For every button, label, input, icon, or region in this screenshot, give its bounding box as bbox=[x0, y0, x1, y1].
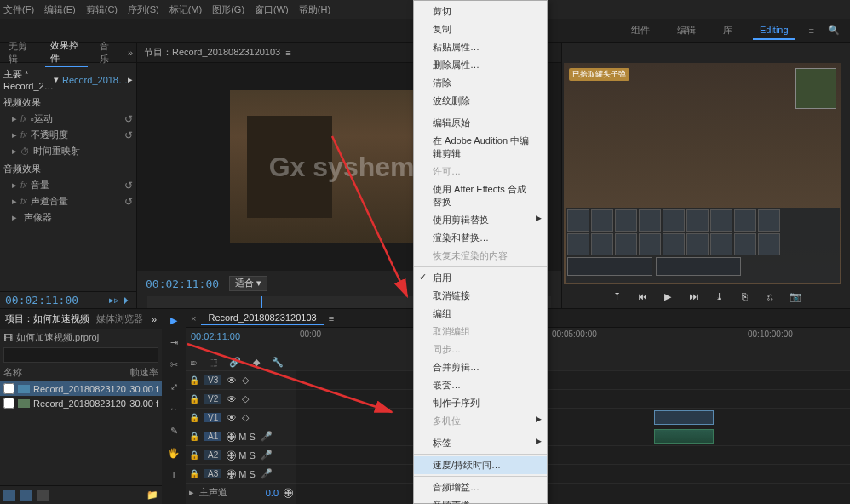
panel-menu-icon[interactable]: » bbox=[152, 314, 157, 324]
step-back-icon[interactable]: ⏮ bbox=[635, 291, 650, 301]
track-v3[interactable]: 🔒V3👁◇ bbox=[186, 370, 296, 389]
menu-item[interactable]: 合并剪辑… bbox=[414, 358, 547, 376]
track-a2[interactable]: 🔒A2🕀 M S🎤 bbox=[186, 445, 296, 464]
timeline-ruler[interactable]: 00:00 00:05:00:00 00:10:00:00 00:15:00:0… bbox=[296, 328, 850, 353]
lock-icon[interactable]: 🔒 bbox=[189, 469, 199, 478]
video-clip-3[interactable] bbox=[654, 410, 714, 425]
timeline-tab[interactable]: Record_20180823120103 bbox=[201, 311, 323, 325]
zoom-select[interactable]: 适合 ▾ bbox=[229, 276, 267, 291]
reset-icon[interactable]: ↺ bbox=[124, 180, 133, 192]
track-lanes[interactable]: fx Record_201808231201 fx Rec fx fx bbox=[296, 370, 850, 504]
settings-icon[interactable]: 🔧 bbox=[272, 357, 284, 368]
ripple-tool[interactable]: ✂ bbox=[166, 357, 181, 372]
export-frame-icon[interactable]: 📷 bbox=[788, 291, 803, 302]
mic-icon[interactable]: 🎤 bbox=[261, 468, 273, 479]
lock-icon[interactable]: 🔒 bbox=[189, 375, 199, 385]
workspace-tab[interactable]: 编辑 bbox=[670, 20, 703, 40]
razor-tool[interactable]: ⤢ bbox=[166, 379, 181, 394]
menu-item[interactable]: 使用 After Effects 合成替换 bbox=[414, 180, 547, 211]
lift-icon[interactable]: ⎘ bbox=[737, 291, 752, 301]
new-bin-icon[interactable]: 📁 bbox=[146, 490, 158, 501]
menu-item[interactable]: 序列(S) bbox=[128, 3, 159, 16]
menu-item[interactable]: 速度/持续时间… bbox=[414, 456, 547, 474]
timeline-timecode[interactable]: 00:02:11:00 bbox=[191, 331, 240, 341]
play-icon[interactable]: ▶ bbox=[660, 291, 675, 302]
reset-icon[interactable]: ↺ bbox=[124, 196, 133, 208]
track-master[interactable]: ▸ 主声道0.0🕀 bbox=[186, 483, 296, 501]
mic-icon[interactable]: 🎤 bbox=[261, 450, 273, 461]
mark-out-icon[interactable]: ⤓ bbox=[711, 291, 727, 302]
tab-media-browser[interactable]: 媒体浏览器 bbox=[96, 312, 143, 325]
program-timecode[interactable]: 00:02:11:00 bbox=[146, 278, 219, 290]
menu-item[interactable]: 标记(M) bbox=[169, 3, 203, 16]
item-checkbox[interactable] bbox=[3, 383, 14, 394]
project-search-input[interactable] bbox=[3, 347, 158, 363]
menu-item[interactable]: 嵌套… bbox=[414, 376, 547, 394]
lock-icon[interactable]: 🔒 bbox=[189, 413, 199, 422]
panel-menu-icon[interactable]: ≡ bbox=[329, 313, 334, 324]
effect-channel-volume[interactable]: ▸fx声道音量↺ bbox=[3, 193, 133, 209]
snap-icon[interactable]: ⬚ bbox=[209, 357, 217, 368]
menu-item[interactable]: 编辑原始 bbox=[414, 114, 547, 132]
item-checkbox[interactable] bbox=[3, 398, 14, 409]
track-select-tool[interactable]: ⇥ bbox=[166, 335, 181, 350]
menu-item[interactable]: 剪辑(C) bbox=[86, 3, 118, 16]
menu-item[interactable]: 剪切 bbox=[414, 3, 547, 20]
keyframe-nav[interactable]: ▸▹ ⏵ bbox=[109, 295, 131, 306]
project-item-sequence[interactable]: Record_20180823120103 30.00 f bbox=[0, 381, 162, 396]
workspace-tab-active[interactable]: Editing bbox=[753, 21, 795, 40]
menu-item[interactable]: 编辑(E) bbox=[44, 3, 76, 16]
reset-icon[interactable]: ↺ bbox=[124, 113, 133, 125]
step-forward-icon[interactable]: ⏭ bbox=[686, 291, 701, 301]
audio-clip-3[interactable] bbox=[654, 429, 714, 444]
linked-selection-icon[interactable]: 🔗 bbox=[229, 357, 241, 368]
menu-item[interactable]: 复制 bbox=[414, 20, 547, 38]
freeform-view-icon[interactable] bbox=[37, 490, 49, 501]
menu-item[interactable]: 粘贴属性… bbox=[414, 38, 547, 56]
track-a1[interactable]: 🔒A1🕀 M S🎤 bbox=[186, 427, 296, 445]
menu-item[interactable]: 在 Adobe Audition 中编辑剪辑 bbox=[414, 132, 547, 163]
marker-icon[interactable]: ◆ bbox=[253, 357, 260, 368]
menu-item[interactable]: 波纹删除 bbox=[414, 92, 547, 110]
menu-item[interactable]: 删除属性… bbox=[414, 56, 547, 74]
mark-in-icon[interactable]: ⤒ bbox=[609, 291, 624, 302]
menu-item[interactable]: 标签▶ bbox=[414, 434, 547, 452]
menu-item[interactable]: 音频声道… bbox=[414, 496, 547, 504]
menu-item[interactable]: 窗口(W) bbox=[255, 3, 289, 16]
list-view-icon[interactable] bbox=[3, 490, 15, 501]
eye-icon[interactable]: 👁 bbox=[227, 375, 237, 387]
workspace-tab[interactable]: 组件 bbox=[624, 20, 657, 40]
effect-time-remap[interactable]: ▸⏱时间重映射 bbox=[3, 143, 133, 159]
clip-link[interactable]: Record_2018… bbox=[62, 75, 128, 85]
menu-item[interactable]: 制作子序列 bbox=[414, 394, 547, 412]
mic-icon[interactable]: 🎤 bbox=[261, 431, 273, 442]
track-a3[interactable]: 🔒A3🕀 M S🎤 bbox=[186, 464, 296, 483]
slip-tool[interactable]: ↔ bbox=[166, 401, 181, 416]
effect-motion[interactable]: ▸fx▫ 运动↺ bbox=[3, 111, 133, 127]
menu-item[interactable]: 编组 bbox=[414, 305, 547, 323]
menu-item[interactable]: 渲染和替换… bbox=[414, 229, 547, 247]
menu-item[interactable]: 使用剪辑替换▶ bbox=[414, 211, 547, 229]
eye-icon[interactable]: 👁 bbox=[227, 393, 237, 405]
pen-tool[interactable]: ✎ bbox=[166, 423, 181, 438]
hand-tool[interactable]: 🖐 bbox=[166, 445, 181, 461]
panel-menu-icon[interactable]: » bbox=[128, 48, 133, 58]
lock-icon[interactable]: 🔒 bbox=[189, 450, 199, 460]
menu-item[interactable]: 音频增益… bbox=[414, 478, 547, 496]
reset-icon[interactable]: ↺ bbox=[124, 129, 133, 141]
menu-item[interactable]: 清除 bbox=[414, 74, 547, 92]
eye-icon[interactable]: 👁 bbox=[227, 412, 237, 424]
snap-icon[interactable]: × bbox=[191, 313, 196, 324]
play-icon[interactable]: ▸ bbox=[128, 74, 133, 85]
type-tool[interactable]: T bbox=[166, 467, 181, 483]
menu-item[interactable]: 文件(F) bbox=[3, 3, 34, 16]
menu-item[interactable]: 取消链接 bbox=[414, 287, 547, 305]
track-v2[interactable]: 🔒V2👁◇ bbox=[186, 389, 296, 408]
menu-item[interactable]: 帮助(H) bbox=[299, 3, 330, 16]
selection-tool[interactable]: ▶ bbox=[166, 312, 181, 328]
nest-icon[interactable]: ⎄ bbox=[191, 357, 197, 367]
project-item-clip[interactable]: Record_20180823120103.m 30.00 f bbox=[0, 396, 162, 410]
lock-icon[interactable]: 🔒 bbox=[189, 432, 199, 441]
workspace-tab[interactable]: 库 bbox=[716, 20, 739, 40]
effect-volume[interactable]: ▸fx音量↺ bbox=[3, 177, 133, 193]
